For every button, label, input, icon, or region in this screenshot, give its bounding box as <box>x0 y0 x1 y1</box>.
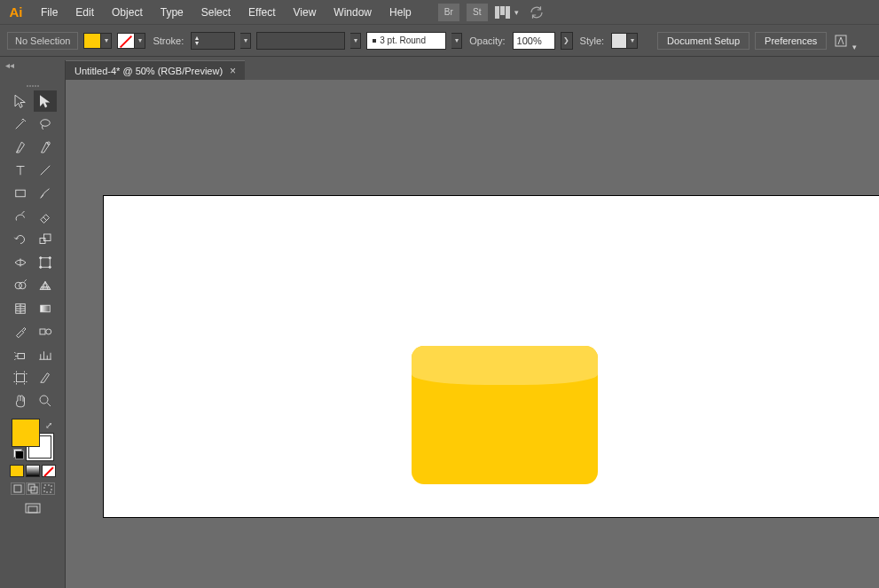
menu-edit[interactable]: Edit <box>67 3 103 22</box>
stroke-color-control[interactable]: ▾ <box>117 33 145 49</box>
svg-rect-25 <box>28 506 37 513</box>
style-swatch[interactable] <box>611 33 627 49</box>
svg-rect-20 <box>14 485 21 492</box>
rotate-tool[interactable] <box>9 229 32 250</box>
tools-panel: ⤢ <box>0 80 66 588</box>
scale-tool[interactable] <box>34 229 57 250</box>
draw-behind-icon[interactable] <box>26 482 40 495</box>
selection-tool[interactable] <box>9 90 32 112</box>
stock-icon[interactable]: St <box>467 4 488 21</box>
symbol-sprayer-tool[interactable] <box>9 344 32 365</box>
opacity-label: Opacity: <box>467 35 506 46</box>
fill-stroke-indicator[interactable]: ⤢ <box>12 419 54 461</box>
svg-point-11 <box>15 282 22 289</box>
color-mode-solid[interactable] <box>10 465 24 477</box>
close-tab-icon[interactable]: × <box>230 65 236 77</box>
gradient-tool[interactable] <box>34 298 57 319</box>
align-to-button[interactable]: ▾ <box>832 32 850 50</box>
menu-file[interactable]: File <box>32 3 67 22</box>
hand-tool[interactable] <box>9 390 32 412</box>
bridge-icon[interactable]: Br <box>438 4 459 21</box>
rounded-rectangle-shape[interactable] <box>412 346 598 484</box>
document-setup-button[interactable]: Document Setup <box>657 32 750 50</box>
default-fill-stroke-icon[interactable] <box>13 449 24 459</box>
profile-dropdown-icon[interactable]: ▾ <box>350 33 361 49</box>
zoom-tool[interactable] <box>34 390 57 412</box>
stroke-dropdown-icon[interactable]: ▾ <box>135 33 145 49</box>
brush-definition-dropdown[interactable]: 3 pt. Round <box>366 32 446 50</box>
preferences-button[interactable]: Preferences <box>755 32 827 50</box>
eyedropper-tool[interactable] <box>9 321 32 342</box>
canvas-area[interactable] <box>66 80 879 588</box>
eraser-tool[interactable] <box>34 206 57 227</box>
svg-rect-18 <box>16 374 24 382</box>
draw-normal-icon[interactable] <box>11 482 25 495</box>
variable-width-profile-dropdown[interactable] <box>256 32 345 50</box>
pen-tool[interactable] <box>9 137 32 158</box>
brush-dot-icon <box>373 39 376 43</box>
document-tab-title: Untitled-4* @ 50% (RGB/Preview) <box>75 66 223 76</box>
stroke-label: Stroke: <box>151 35 185 46</box>
panel-collapse-toggle[interactable]: ◂◂ <box>0 60 66 80</box>
screen-mode-button[interactable] <box>24 502 42 519</box>
rectangle-tool[interactable] <box>9 183 32 204</box>
fill-dropdown-icon[interactable]: ▾ <box>101 33 112 49</box>
stroke-weight-input[interactable]: ▴▾ <box>191 32 235 50</box>
stroke-weight-dropdown[interactable]: ▾ <box>240 33 251 49</box>
artboard-tool[interactable] <box>9 367 32 388</box>
opacity-dropdown-icon[interactable]: ❯ <box>561 32 573 50</box>
control-bar: No Selection ▾ ▾ Stroke: ▴▾ ▾ ▾ 3 pt. Ro… <box>0 25 879 57</box>
svg-point-7 <box>39 257 41 259</box>
menu-effect[interactable]: Effect <box>239 3 284 22</box>
graphic-style-control[interactable]: ▾ <box>611 33 638 49</box>
arrange-documents-button[interactable]: ▾ <box>495 6 519 19</box>
swap-fill-stroke-icon[interactable]: ⤢ <box>45 420 52 430</box>
panel-grip-icon[interactable] <box>24 85 42 89</box>
color-mode-none[interactable] <box>42 465 56 477</box>
draw-mode-row <box>11 482 55 495</box>
menu-window[interactable]: Window <box>325 3 381 22</box>
selection-state-label: No Selection <box>7 32 78 50</box>
opacity-input[interactable]: 100% <box>513 32 555 50</box>
svg-rect-23 <box>44 485 51 492</box>
menu-select[interactable]: Select <box>192 3 239 22</box>
mesh-tool[interactable] <box>9 298 32 319</box>
stroke-swatch[interactable] <box>117 33 135 49</box>
column-graph-tool[interactable] <box>34 344 57 365</box>
sync-settings-icon[interactable] <box>526 4 547 21</box>
slice-tool[interactable] <box>34 367 57 388</box>
line-segment-tool[interactable] <box>34 160 57 181</box>
perspective-grid-tool[interactable] <box>34 275 57 296</box>
svg-rect-14 <box>40 305 50 312</box>
menu-view[interactable]: View <box>285 3 326 22</box>
color-mode-gradient[interactable] <box>26 465 40 477</box>
type-tool[interactable] <box>9 160 32 181</box>
curvature-tool[interactable] <box>34 137 57 158</box>
free-transform-tool[interactable] <box>34 252 57 273</box>
arrange-documents-icon <box>495 6 511 19</box>
lasso-tool[interactable] <box>34 114 57 135</box>
menu-type[interactable]: Type <box>152 3 192 22</box>
svg-point-10 <box>49 266 51 268</box>
paintbrush-tool[interactable] <box>34 183 57 204</box>
menu-help[interactable]: Help <box>381 3 420 22</box>
width-tool[interactable] <box>9 252 32 273</box>
shaper-tool[interactable] <box>9 206 32 227</box>
shape-builder-tool[interactable] <box>9 275 32 296</box>
blend-tool[interactable] <box>34 321 57 342</box>
brush-dropdown-icon[interactable]: ▾ <box>451 33 462 49</box>
draw-inside-icon[interactable] <box>41 482 55 495</box>
stroke-weight-stepper-icon: ▴▾ <box>195 35 199 46</box>
direct-selection-tool[interactable] <box>34 90 57 112</box>
menu-object[interactable]: Object <box>103 3 152 22</box>
magic-wand-tool[interactable] <box>9 114 32 135</box>
fill-swatch[interactable] <box>83 33 101 49</box>
document-tab[interactable]: Untitled-4* @ 50% (RGB/Preview) × <box>66 60 245 80</box>
collapse-icon: ◂◂ <box>5 60 14 70</box>
shape-highlight <box>412 346 598 385</box>
chevron-down-icon: ▾ <box>852 43 857 51</box>
fill-color-control[interactable]: ▾ <box>83 33 112 49</box>
style-dropdown-icon[interactable]: ▾ <box>627 33 638 49</box>
fill-indicator[interactable] <box>12 419 40 447</box>
svg-point-1 <box>40 120 50 127</box>
